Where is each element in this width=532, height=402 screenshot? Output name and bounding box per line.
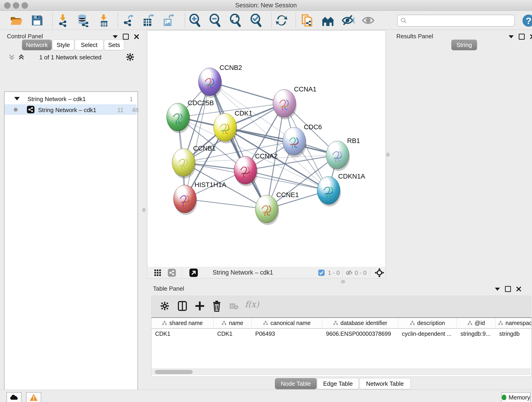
panel-menu-icon[interactable]: [509, 35, 514, 38]
network-collection-row[interactable]: String Network – cdk1 1: [5, 94, 137, 104]
scrollbar-thumb[interactable]: [155, 370, 193, 374]
node-label: CCNB2: [220, 64, 242, 71]
column-header-shared-name[interactable]: shared name: [152, 318, 214, 329]
grid-view-icon[interactable]: [154, 269, 162, 277]
zoom-out-icon[interactable]: [208, 14, 222, 27]
table-cell[interactable]: 9606.ENSP00000378699: [322, 329, 398, 339]
create-column-plus-icon[interactable]: [195, 300, 205, 312]
column-header-canonical-name[interactable]: canonical name: [252, 318, 322, 329]
refresh-icon[interactable]: [275, 14, 288, 27]
table-cell[interactable]: CDK1: [214, 329, 251, 339]
tab-network-table[interactable]: Network Table: [359, 378, 411, 389]
network-node-cdc6[interactable]: CDC6: [283, 123, 322, 157]
tab-style[interactable]: Style: [52, 40, 74, 50]
column-header-namespac[interactable]: namespac: [496, 318, 532, 329]
panel-float-icon[interactable]: [519, 34, 525, 40]
tab-sets[interactable]: Sets: [104, 40, 124, 50]
node-table[interactable]: shared namenamecanonical namedatabase id…: [151, 317, 532, 377]
zoom-in-icon[interactable]: [188, 14, 201, 27]
first-neighbors-icon[interactable]: [321, 14, 335, 27]
zoom-selected-icon[interactable]: [249, 14, 263, 27]
table-cell[interactable]: P06493: [252, 329, 322, 339]
export-network-icon[interactable]: [121, 14, 135, 27]
open-in-window-icon[interactable]: [189, 268, 198, 277]
network-tree: String Network – cdk1 1 String Network –…: [4, 91, 138, 402]
tab-string[interactable]: String: [451, 40, 477, 50]
delete-column-trash-icon[interactable]: [211, 300, 222, 312]
memory-button[interactable]: Memory: [501, 392, 531, 402]
column-header-name[interactable]: name: [214, 318, 252, 329]
help-icon[interactable]: ?: [522, 14, 532, 27]
import-network-database-icon[interactable]: [76, 14, 89, 27]
search-input[interactable]: [409, 16, 511, 25]
export-image-icon[interactable]: [162, 14, 175, 27]
open-session-icon[interactable]: [10, 14, 23, 27]
column-header-database-identifier[interactable]: database identifier: [322, 318, 398, 329]
hide-selected-icon[interactable]: [341, 14, 355, 27]
new-network-from-selection-icon[interactable]: [301, 14, 314, 27]
left-splitter-handle[interactable]: [142, 208, 146, 212]
column-header-description[interactable]: description: [398, 318, 457, 329]
network-edge[interactable]: [225, 128, 337, 155]
save-session-icon[interactable]: [30, 14, 44, 27]
panel-close-icon[interactable]: [516, 286, 521, 292]
network-share-view-icon[interactable]: [167, 268, 176, 277]
network-options-gear-icon[interactable]: [126, 52, 135, 62]
network-node-hist1h1a[interactable]: HIST1H1A: [173, 181, 226, 215]
netbar-separator: [370, 268, 370, 277]
panel-close-icon[interactable]: [530, 34, 532, 39]
panel-float-icon[interactable]: [505, 286, 511, 292]
tab-edge-table[interactable]: Edge Table: [317, 378, 359, 389]
warning-status-button[interactable]: [26, 392, 41, 402]
collection-expander-icon[interactable]: [14, 97, 20, 100]
show-all-icon[interactable]: [361, 14, 375, 27]
pan-move-icon[interactable]: [375, 268, 384, 278]
network-graph[interactable]: CCNB2CCNA1CDC25BCDK1CDC6RB1CCNB1CCNA2CDK…: [147, 31, 386, 267]
table-cell[interactable]: cyclin-dependent ...: [398, 329, 457, 339]
table-cell[interactable]: stringdb: [496, 329, 532, 339]
show-columns-icon[interactable]: [177, 300, 188, 312]
export-table-icon[interactable]: [141, 14, 155, 27]
main-toolbar: ?: [0, 11, 532, 30]
memory-status-dot-icon: [502, 395, 506, 400]
hidden-eye-icon[interactable]: [345, 269, 353, 276]
netbar-separator: [182, 268, 182, 277]
selected-checkbox-icon[interactable]: [318, 269, 325, 276]
panel-menu-icon[interactable]: [495, 288, 500, 291]
network-row-selected[interactable]: String Network – cdk1 11 48: [5, 104, 137, 115]
network-node-ccnb2[interactable]: CCNB2: [198, 64, 242, 98]
network-node-ccna1[interactable]: CCNA1: [273, 85, 317, 119]
table-gear-icon[interactable]: [160, 301, 170, 311]
import-network-file-icon[interactable]: [56, 14, 70, 27]
network-edge[interactable]: [245, 170, 329, 191]
network-node-cdkn1a[interactable]: CDKN1A: [317, 172, 365, 206]
column-header-label: name: [229, 320, 243, 326]
network-edge[interactable]: [210, 82, 267, 209]
panel-close-icon[interactable]: [134, 34, 139, 39]
network-node-ccne1[interactable]: CCNE1: [255, 191, 299, 225]
panel-float-icon[interactable]: [123, 34, 129, 40]
network-node-rb1[interactable]: RB1: [326, 137, 360, 171]
table-cell[interactable]: stringdb:9...: [457, 329, 495, 339]
import-table-file-icon[interactable]: [97, 14, 110, 27]
network-node-cdc25b[interactable]: CDC25B: [167, 99, 214, 133]
tab-network[interactable]: Network: [22, 40, 52, 50]
tab-node-table[interactable]: Node Table: [275, 378, 317, 389]
toolbar-separator: [185, 13, 185, 28]
status-bar: Memory: [0, 390, 532, 402]
control-panel-title: Control Panel: [7, 33, 43, 40]
table-cell[interactable]: CDK1: [152, 329, 213, 339]
network-canvas[interactable]: CCNB2CCNA1CDC25BCDK1CDC6RB1CCNB1CCNA2CDK…: [147, 30, 386, 267]
network-node-cdk1[interactable]: CDK1: [214, 109, 252, 143]
column-header--id[interactable]: @id: [457, 318, 496, 329]
panel-menu-icon[interactable]: [113, 35, 118, 38]
tab-select[interactable]: Select: [75, 40, 104, 50]
table-horizontal-scrollbar[interactable]: [152, 369, 531, 375]
zoom-fit-content-icon[interactable]: [229, 14, 242, 27]
network-edge-count: 48: [132, 107, 139, 114]
network-node-ccnb1[interactable]: CCNB1: [172, 145, 215, 179]
column-type-icon: [162, 321, 167, 326]
svg-text:?: ?: [526, 16, 531, 26]
cloud-status-button[interactable]: [6, 392, 22, 402]
network-node-count: 11: [117, 107, 123, 114]
